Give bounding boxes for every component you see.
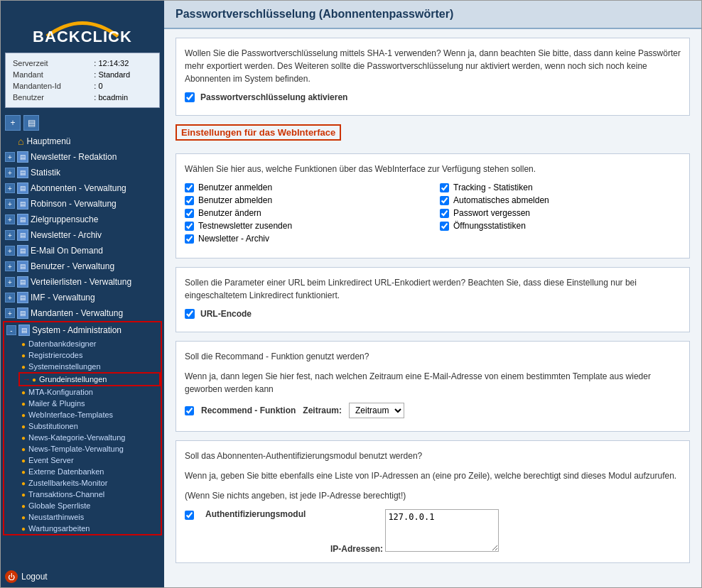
nav-imf[interactable]: + ▤ IMF - Verwaltung bbox=[1, 290, 164, 305]
sub-nav-systemeinstellungen[interactable]: ●Systemeinstellungen bbox=[18, 361, 161, 372]
sub-nav-news-template[interactable]: ●News-Template-Verwaltung bbox=[18, 443, 161, 454]
sub-nav-wartungsarbeiten[interactable]: ●Wartungsarbeiten bbox=[18, 523, 161, 534]
mandant-value: Standard bbox=[98, 70, 130, 79]
page-icon: ▤ bbox=[17, 151, 28, 163]
logo-area: BACKCLICK bbox=[1, 1, 164, 48]
sub-nav-transaktions-channel[interactable]: ●Transaktions-Channel bbox=[18, 489, 161, 500]
nav-newsletter-redaktion[interactable]: + ▤ Newsletter - Redaktion bbox=[1, 149, 164, 165]
auth-info-text-1: Soll das Abonnenten-Authentifizierungsmo… bbox=[185, 450, 681, 462]
expand-icon: + bbox=[5, 261, 15, 271]
home-icon: ⌂ bbox=[18, 136, 23, 147]
sidebar-icon-plus[interactable]: + bbox=[5, 115, 21, 131]
recommend-section: Soll die Recommand - Funktion genutzt we… bbox=[176, 341, 690, 432]
expand-icon: + bbox=[5, 168, 15, 178]
page-icon: ▤ bbox=[17, 183, 28, 194]
page-icon: ▤ bbox=[17, 276, 28, 288]
nav-label: Verteilerlisten - Verwaltung bbox=[31, 277, 131, 287]
zeitraum-label: Zeitraum: bbox=[303, 405, 342, 415]
sidebar-icon-page[interactable]: ▤ bbox=[23, 115, 39, 131]
sub-nav-event-server[interactable]: ●Event Server bbox=[18, 454, 161, 466]
bullet-icon: ● bbox=[21, 363, 26, 371]
nav-newsletter-archiv[interactable]: + ▤ Newsletter - Archiv bbox=[1, 227, 164, 243]
checkbox-benutzer-abmelden-input[interactable] bbox=[185, 196, 194, 205]
ip-addr-label: IP-Adressen: bbox=[330, 544, 383, 554]
sub-nav-news-kategorie[interactable]: ●News-Kategorie-Verwaltung bbox=[18, 432, 161, 443]
sub-nav-grundeinstellungen[interactable]: → ●Grundeinstellungen bbox=[18, 372, 161, 386]
sub-nav-neustarthinweis[interactable]: ●Neustarthinweis bbox=[18, 511, 161, 523]
nav-robinson[interactable]: + ▤ Robinson - Verwaltung bbox=[1, 196, 164, 212]
nav-system-admin-section: - ▤ System - Administration ●Datenbankde… bbox=[3, 321, 162, 535]
sub-nav-zustellbarkeits-monitor[interactable]: ●Zustellbarkeits-Monitor bbox=[18, 477, 161, 489]
mandant-label: Mandant bbox=[11, 70, 91, 80]
checkbox-label: Testnewsletter zusenden bbox=[198, 221, 292, 231]
benutzer-value: bcadmin bbox=[98, 93, 128, 102]
checkbox-auto-abmelden-input[interactable] bbox=[440, 196, 449, 205]
sub-nav-externe-datenbanken[interactable]: ●Externe Datenbanken bbox=[18, 466, 161, 477]
nav-statistik[interactable]: + ▤ Statistik bbox=[1, 165, 164, 180]
logout-area: ⏻ Logout bbox=[1, 566, 164, 587]
serverzeit-value: 12:14:32 bbox=[98, 59, 129, 67]
recommend-info-text-2: Wenn ja, dann legen Sie hier fest, nach … bbox=[185, 370, 681, 396]
bullet-icon: ● bbox=[21, 400, 26, 408]
checkbox-label: Benutzer abmelden bbox=[198, 195, 272, 205]
sub-nav-mta[interactable]: ●MTA-Konfiguration bbox=[18, 386, 161, 398]
logo-svg: BACKCLICK bbox=[26, 6, 139, 45]
bullet-icon: ● bbox=[21, 491, 26, 499]
sub-nav-globale-sperrliste[interactable]: ●Globale Sperrliste bbox=[18, 500, 161, 511]
nav-hauptmenu-label: Hauptmenü bbox=[26, 136, 70, 146]
auth-ip-section: Authentifizierungsmodul IP-Adressen: 127… bbox=[185, 509, 681, 554]
bullet-icon: ● bbox=[21, 502, 26, 510]
url-encode-label: URL-Encode bbox=[200, 309, 252, 319]
sub-nav-registriercodes[interactable]: ●Registriercodes bbox=[18, 349, 161, 361]
logout-button[interactable]: ⏻ Logout bbox=[5, 570, 160, 583]
page-icon: ▤ bbox=[17, 229, 28, 241]
sub-nav-datenbankdesigner[interactable]: ●Datenbankdesigner bbox=[18, 338, 161, 349]
checkbox-benutzer-anmelden-input[interactable] bbox=[185, 183, 194, 192]
checkbox-label: Öffnungsstatistiken bbox=[453, 221, 526, 231]
serverzeit-label: Serverzeit bbox=[11, 58, 91, 68]
ip-addr-textarea[interactable]: 127.0.0.1 bbox=[385, 509, 499, 552]
bullet-icon: ● bbox=[32, 376, 36, 383]
expand-icon: + bbox=[5, 183, 15, 193]
ip-addr-col: IP-Adressen: 127.0.0.1 bbox=[330, 509, 499, 554]
recommend-checkbox[interactable] bbox=[185, 406, 194, 415]
zeitraum-select[interactable]: Zeitraum bbox=[349, 403, 404, 418]
mandanten-id-label: Mandanten-Id bbox=[11, 81, 91, 91]
auth-checkbox[interactable] bbox=[185, 511, 194, 520]
sub-nav-webinterface-templates[interactable]: ●WebInterface-Templates bbox=[18, 409, 161, 420]
nav-verteilerlisten[interactable]: + ▤ Verteilerlisten - Verwaltung bbox=[1, 274, 164, 290]
url-encode-checkbox[interactable] bbox=[185, 309, 195, 319]
checkbox-testnewsletter-input[interactable] bbox=[185, 222, 194, 231]
nav-zielgruppe[interactable]: + ▤ Zielgruppensuche bbox=[1, 212, 164, 227]
nav-label: Abonnenten - Verwaltung bbox=[31, 183, 126, 193]
password-encrypt-checkbox[interactable] bbox=[185, 92, 195, 102]
nav-mandanten[interactable]: + ▤ Mandanten - Verwaltung bbox=[1, 305, 164, 321]
page-icon: ▤ bbox=[17, 198, 28, 209]
checkbox-passwort-vergessen-input[interactable] bbox=[440, 209, 449, 218]
password-info-text: Wollen Sie die Passwortverschlüsselung m… bbox=[185, 47, 681, 85]
bullet-icon: ● bbox=[21, 513, 26, 521]
nav-hauptmenu[interactable]: ⌂ Hauptmenü bbox=[1, 134, 164, 149]
nav-benutzer[interactable]: + ▤ Benutzer - Verwaltung bbox=[1, 258, 164, 274]
arrow-icon: → bbox=[23, 375, 31, 383]
page-icon: ▤ bbox=[17, 214, 28, 225]
nav-label: Newsletter - Archiv bbox=[31, 230, 102, 240]
nav-email-on-demand[interactable]: + ▤ E-Mail On Demand bbox=[1, 243, 164, 258]
nav-abonnenten[interactable]: + ▤ Abonnenten - Verwaltung bbox=[1, 180, 164, 196]
page-icon: ▤ bbox=[17, 167, 28, 178]
sub-nav-substitutionen[interactable]: ●Substitutionen bbox=[18, 420, 161, 432]
nav-system-admin-header[interactable]: - ▤ System - Administration bbox=[4, 322, 161, 338]
nav-label: Benutzer - Verwaltung bbox=[31, 261, 114, 271]
nav-label: Robinson - Verwaltung bbox=[31, 199, 117, 209]
page-icon: ▤ bbox=[17, 245, 28, 256]
sub-nav-system-admin: ●Datenbankdesigner ●Registriercodes ●Sys… bbox=[4, 338, 161, 534]
checkbox-tracking-input[interactable] bbox=[440, 183, 449, 192]
checkbox-oeffnungsstatistiken: Öffnungsstatistiken bbox=[440, 221, 681, 231]
expand-icon: - bbox=[6, 325, 16, 335]
sub-nav-mailer[interactable]: ●Mailer & Plugins bbox=[18, 398, 161, 409]
checkbox-passwort-vergessen: Passwort vergessen bbox=[440, 208, 681, 218]
url-encode-checkbox-row: URL-Encode bbox=[185, 309, 681, 319]
checkbox-newsletter-archiv-input[interactable] bbox=[185, 234, 194, 244]
checkbox-benutzer-aendern-input[interactable] bbox=[185, 209, 194, 218]
checkbox-oeffnungsstatistiken-input[interactable] bbox=[440, 222, 449, 231]
